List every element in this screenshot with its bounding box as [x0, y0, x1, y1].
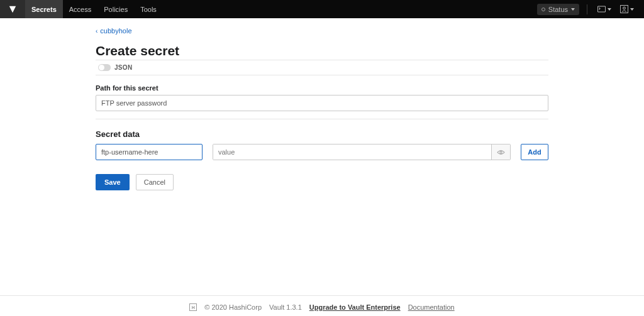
vault-logo-icon: [8, 5, 17, 14]
chevron-down-icon: [630, 8, 634, 11]
navbar-left: Secrets Access Policies Tools: [0, 0, 163, 18]
svg-rect-0: [597, 6, 605, 12]
add-button[interactable]: Add: [521, 144, 548, 160]
console-icon: [597, 6, 606, 13]
path-field-label: Path for this secret: [96, 84, 548, 92]
hashicorp-logo-icon: H: [189, 303, 197, 311]
secret-key-input[interactable]: [96, 144, 203, 160]
chevron-down-icon: [608, 8, 611, 11]
svg-point-3: [500, 151, 502, 153]
status-menu[interactable]: Status: [537, 4, 579, 15]
status-indicator-icon: [541, 8, 545, 11]
nav-tab-secrets[interactable]: Secrets: [25, 0, 63, 18]
footer-version: Vault 1.3.1: [269, 303, 302, 311]
json-toggle-row: JSON: [96, 60, 548, 75]
vault-logo[interactable]: [0, 0, 25, 18]
navbar-right: Status: [537, 3, 636, 15]
secret-value-input[interactable]: [213, 144, 491, 160]
top-navbar: Secrets Access Policies Tools Status: [0, 0, 644, 18]
footer: H © 2020 HashiCorp Vault 1.3.1 Upgrade t…: [0, 295, 644, 316]
section-divider: [96, 119, 548, 119]
nav-tab-access[interactable]: Access: [63, 0, 97, 18]
secret-value-wrap: [213, 144, 511, 160]
toggle-knob: [99, 65, 104, 70]
breadcrumb-caret-icon: ‹: [96, 28, 97, 35]
console-menu[interactable]: [595, 4, 614, 14]
breadcrumb[interactable]: ‹ cubbyhole: [96, 27, 548, 35]
save-button[interactable]: Save: [96, 174, 130, 190]
breadcrumb-parent: cubbyhole: [100, 27, 131, 35]
svg-point-2: [623, 7, 626, 9]
main-container: ‹ cubbyhole Create secret JSON Path for …: [96, 27, 548, 295]
path-input[interactable]: [96, 95, 548, 111]
action-buttons: Save Cancel: [96, 174, 548, 190]
footer-documentation-link[interactable]: Documentation: [408, 303, 455, 311]
eye-icon: [497, 150, 505, 155]
cancel-button[interactable]: Cancel: [136, 174, 174, 190]
kv-row: Add: [96, 144, 548, 160]
status-label: Status: [548, 6, 568, 13]
nav-tab-tools[interactable]: Tools: [134, 0, 163, 18]
json-toggle-label: JSON: [114, 64, 132, 71]
nav-tab-policies[interactable]: Policies: [97, 0, 134, 18]
footer-copyright: © 2020 HashiCorp: [204, 303, 262, 311]
toggle-visibility-button[interactable]: [491, 144, 510, 160]
divider: [587, 4, 587, 14]
page-title: Create secret: [96, 43, 548, 58]
user-icon: [620, 5, 628, 13]
footer-upgrade-link[interactable]: Upgrade to Vault Enterprise: [309, 303, 401, 311]
chevron-down-icon: [571, 8, 575, 11]
json-toggle[interactable]: [98, 64, 111, 71]
user-menu[interactable]: [618, 3, 636, 15]
secret-data-title: Secret data: [96, 129, 548, 139]
